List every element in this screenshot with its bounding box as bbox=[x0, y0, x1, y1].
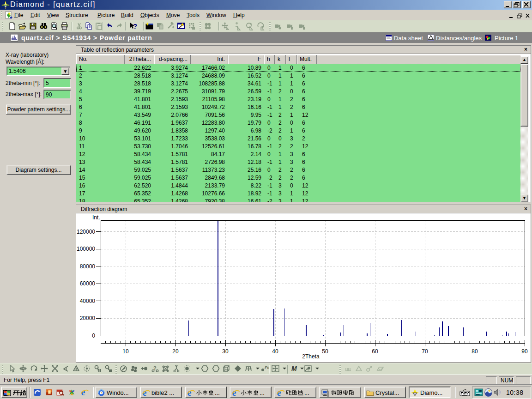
svg-text:2Theta: 2Theta bbox=[302, 353, 320, 360]
svg-text:20: 20 bbox=[172, 348, 179, 355]
svg-text:30: 30 bbox=[222, 348, 229, 355]
svg-text:...: ... bbox=[304, 389, 309, 396]
svg-text:60: 60 bbox=[372, 348, 378, 355]
svg-text:M: M bbox=[291, 365, 297, 372]
svg-text:Int.: Int. bbox=[92, 214, 100, 221]
svg-text:120000: 120000 bbox=[77, 229, 95, 235]
svg-text:40000: 40000 bbox=[80, 298, 96, 304]
svg-text:50: 50 bbox=[322, 348, 328, 355]
svg-text:?: ? bbox=[133, 22, 137, 30]
svg-text:10: 10 bbox=[122, 348, 129, 355]
svg-text:90: 90 bbox=[521, 348, 528, 355]
svg-text:60000: 60000 bbox=[80, 280, 96, 287]
svg-text:...: ... bbox=[260, 389, 265, 396]
svg-text:70: 70 bbox=[422, 348, 428, 355]
svg-text:80000: 80000 bbox=[80, 263, 96, 270]
svg-text:80: 80 bbox=[472, 348, 478, 355]
svg-text:0: 0 bbox=[92, 332, 95, 339]
svg-text:100000: 100000 bbox=[77, 246, 95, 252]
svg-text:20000: 20000 bbox=[80, 315, 96, 321]
svg-text:40: 40 bbox=[272, 348, 278, 355]
svg-text:...: ... bbox=[215, 389, 220, 396]
